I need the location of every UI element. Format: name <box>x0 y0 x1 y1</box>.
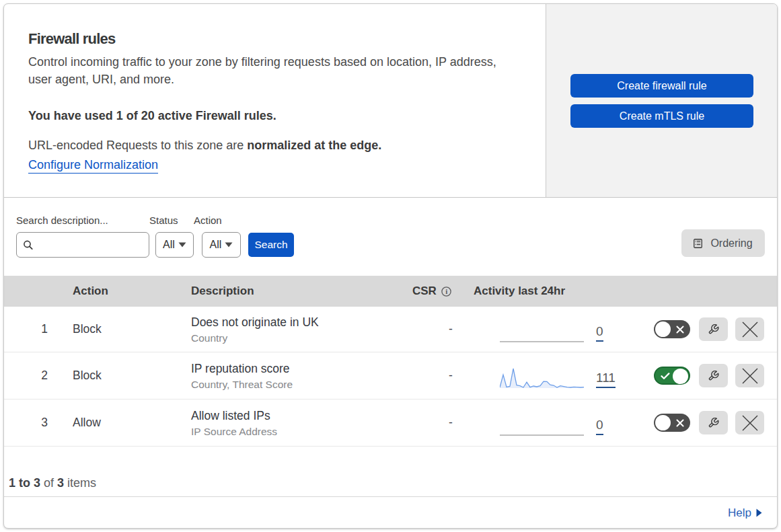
search-icon <box>23 239 34 251</box>
items-label: items <box>64 476 96 490</box>
rule-description-cell: Does not originate in UK Country <box>187 314 404 345</box>
table-footer: 1 to 3 of 3 items <box>4 447 777 497</box>
rule-activity-cell: 0 <box>498 306 632 352</box>
page-title: Firewall rules <box>28 30 525 48</box>
wrench-icon <box>708 324 719 334</box>
rule-csr-value: - <box>404 369 498 383</box>
info-icon[interactable]: i <box>441 287 451 297</box>
wrench-icon <box>708 418 719 428</box>
x-icon <box>742 415 758 431</box>
filter-bar: Search description... Status All Action <box>4 198 777 276</box>
rule-activity-cell: 0 <box>498 400 632 446</box>
edit-rule-button[interactable] <box>699 411 728 434</box>
items-count-text: 1 to 3 of 3 items <box>9 476 96 490</box>
intro-description: Control incoming traffic to your zone by… <box>28 53 507 88</box>
header-csr-label: CSR <box>412 284 437 298</box>
action-dropdown[interactable]: All <box>202 232 241 258</box>
rule-description-cell: Allow listed IPs IP Source Address <box>187 408 404 439</box>
activity-sparkline <box>500 367 584 391</box>
rule-enabled-toggle[interactable] <box>654 367 690 385</box>
items-of: of <box>40 476 57 490</box>
rule-activity-cell: 111 <box>498 352 632 399</box>
check-icon <box>661 373 670 380</box>
action-label: Action <box>194 215 241 226</box>
rule-controls <box>632 317 777 341</box>
search-field: Search description... <box>16 215 149 258</box>
toggle-x-icon <box>676 419 684 427</box>
header-description: Description <box>187 284 404 298</box>
search-button[interactable]: Search <box>248 233 294 257</box>
activity-count-link[interactable]: 111 <box>596 371 616 388</box>
actions-panel: Create firewall rule Create mTLS rule <box>546 4 777 197</box>
rule-description: Allow listed IPs <box>191 408 404 424</box>
create-firewall-rule-button[interactable]: Create firewall rule <box>570 74 753 98</box>
header-csr: CSR i <box>404 284 474 298</box>
rule-criteria: Country <box>191 331 404 345</box>
rule-index: 3 <box>4 416 69 430</box>
help-label: Help <box>728 506 751 520</box>
ordering-button[interactable]: Ordering <box>681 229 765 257</box>
rule-enabled-toggle[interactable] <box>654 414 690 432</box>
delete-rule-button[interactable] <box>735 411 764 434</box>
help-arrow-icon <box>756 508 762 517</box>
table-body: 1 Block Does not originate in UK Country… <box>4 307 777 447</box>
rule-description-cell: IP reputation score Country, Threat Scor… <box>187 360 404 391</box>
table-row: 1 Block Does not originate in UK Country… <box>4 307 777 352</box>
rule-action: Block <box>69 369 187 383</box>
search-label: Search description... <box>16 215 149 226</box>
table-row: 3 Allow Allow listed IPs IP Source Addre… <box>4 400 777 447</box>
delete-rule-button[interactable] <box>735 317 764 341</box>
activity-count-link[interactable]: 0 <box>596 418 603 435</box>
rule-description: Does not originate in UK <box>191 314 404 331</box>
header-activity: Activity last 24hr <box>474 284 777 298</box>
rule-description: IP reputation score <box>191 360 404 377</box>
firewall-rules-card: Firewall rules Control incoming traffic … <box>3 3 778 529</box>
toggle-knob <box>655 321 671 337</box>
rule-action: Allow <box>69 416 187 430</box>
rule-controls <box>632 364 777 387</box>
action-value: All <box>210 239 222 251</box>
x-icon <box>742 368 758 384</box>
status-field: Status All <box>149 215 194 258</box>
table-row: 2 Block IP reputation score Country, Thr… <box>4 352 777 400</box>
rule-controls <box>632 411 777 434</box>
rules-table: Action Description CSR i Activity last 2… <box>4 276 777 497</box>
rule-csr-value: - <box>404 322 498 336</box>
toggle-knob <box>655 415 671 430</box>
header-action: Action <box>69 284 187 298</box>
edit-rule-button[interactable] <box>699 364 728 387</box>
action-field: Action All <box>194 215 241 258</box>
normalization-note: URL-encoded Requests to this zone are no… <box>28 139 525 153</box>
delete-rule-button[interactable] <box>735 364 764 387</box>
rule-csr-value: - <box>404 416 498 430</box>
rule-action: Block <box>69 322 187 336</box>
help-link[interactable]: Help <box>728 506 762 520</box>
activity-count-link[interactable]: 0 <box>596 324 603 342</box>
toggle-x-icon <box>676 326 684 334</box>
rule-index: 2 <box>4 369 69 383</box>
status-dropdown[interactable]: All <box>155 232 194 258</box>
rule-enabled-toggle[interactable] <box>654 320 690 338</box>
status-value: All <box>163 239 175 251</box>
create-mtls-rule-button[interactable]: Create mTLS rule <box>570 104 753 128</box>
top-section: Firewall rules Control incoming traffic … <box>4 4 777 198</box>
intro-panel: Firewall rules Control incoming traffic … <box>4 4 546 197</box>
normalization-bold: normalized at the edge. <box>247 139 381 152</box>
search-box[interactable] <box>16 232 149 258</box>
ordering-list-icon <box>694 239 702 248</box>
svg-text:i: i <box>445 287 447 295</box>
items-range: 1 to 3 <box>9 476 40 490</box>
chevron-down-icon <box>225 242 233 248</box>
items-total: 3 <box>57 476 64 490</box>
normalization-text: URL-encoded Requests to this zone are <box>28 139 247 152</box>
rule-criteria: IP Source Address <box>191 424 404 439</box>
activity-sparkline <box>500 320 584 344</box>
edit-rule-button[interactable] <box>699 317 728 341</box>
x-icon <box>742 321 758 338</box>
configure-normalization-link[interactable]: Configure Normalization <box>28 158 158 174</box>
rule-index: 1 <box>4 322 69 336</box>
activity-sparkline <box>500 414 584 438</box>
ordering-label: Ordering <box>710 237 752 250</box>
help-row: Help <box>4 497 777 529</box>
status-label: Status <box>149 215 194 226</box>
